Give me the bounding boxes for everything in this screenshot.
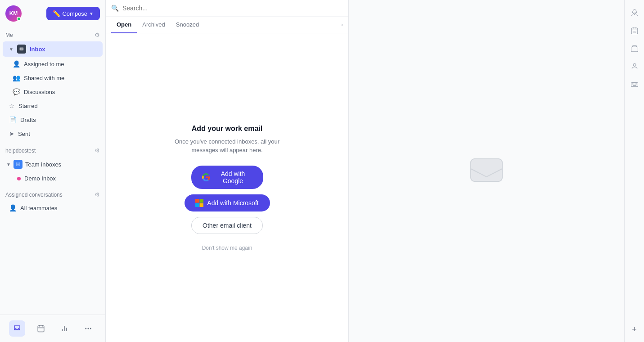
inbox-sub-items: 👤 Assigned to me 👥 Shared with me 💬 Disc… (0, 57, 105, 99)
other-email-button[interactable]: Other email client (191, 217, 263, 234)
team-section-label: helpdocstest ⚙ (0, 144, 105, 157)
assigned-settings-icon[interactable]: ⚙ (95, 191, 100, 198)
rocket-icon[interactable] (627, 5, 642, 20)
sidebar-bottom-nav (0, 315, 105, 342)
compose-button[interactable]: ✏️ Compose ▼ (46, 7, 100, 20)
demo-inbox-item[interactable]: Demo Inbox (0, 172, 105, 185)
me-section-label: Me ⚙ (0, 29, 105, 41)
sidebar: KM ✏️ Compose ▼ Me ⚙ ▼ ✉ Inbox 👤 Assigne… (0, 0, 106, 342)
search-input[interactable] (122, 4, 343, 12)
team-collapse-icon: ▼ (6, 162, 11, 167)
me-settings-icon[interactable]: ⚙ (95, 32, 100, 38)
demo-dot (17, 177, 21, 180)
team-settings-icon[interactable]: ⚙ (95, 147, 100, 154)
sidebar-item-drafts[interactable]: 📄 Drafts (3, 113, 103, 126)
search-icon: 🔍 (111, 4, 119, 12)
chart-bottom-icon[interactable] (56, 320, 72, 337)
assigned-section-label: Assigned conversations ⚙ (0, 189, 105, 201)
empty-state-title: Add your work email (192, 125, 262, 133)
empty-state-description: Once you've connected inboxes, all your … (164, 137, 290, 155)
svg-point-16 (634, 12, 635, 14)
person-right-icon[interactable] (627, 59, 642, 74)
microsoft-icon (195, 199, 203, 207)
add-google-button[interactable]: Add with Google (191, 166, 263, 189)
svg-point-7 (86, 328, 86, 329)
google-icon (202, 173, 210, 181)
team-inboxes-item[interactable]: ▼ H Team inboxes (0, 157, 105, 172)
collapse-icon: ▼ (9, 47, 14, 52)
right-sidebar: 31 + (624, 0, 644, 342)
sidebar-item-assigned[interactable]: 👤 Assigned to me (6, 57, 103, 71)
sidebar-item-shared[interactable]: 👥 Shared with me (6, 71, 103, 85)
inbox-panel: 🔍 Open Archived Snoozed › Add your work … (106, 0, 349, 342)
me-section: Me ⚙ ▼ ✉ Inbox 👤 Assigned to me 👥 Shared… (0, 27, 105, 143)
content-area: 🔍 Open Archived Snoozed › Add your work … (106, 0, 624, 342)
svg-rect-10 (195, 199, 199, 203)
tab-open[interactable]: Open (111, 17, 137, 33)
avatar[interactable]: KM (5, 5, 22, 22)
send-icon: ➤ (9, 130, 14, 137)
sidebar-item-sent[interactable]: ➤ Sent (3, 127, 103, 140)
add-microsoft-button[interactable]: Add with Microsoft (185, 194, 270, 212)
teammates-icon: 👤 (9, 204, 17, 212)
tabs-bar: Open Archived Snoozed › (106, 17, 348, 33)
chevron-down-icon: ▼ (89, 11, 94, 16)
svg-rect-12 (195, 203, 199, 207)
detail-panel (349, 0, 624, 342)
assigned-section: Assigned conversations ⚙ 👤 All teammates (0, 187, 105, 217)
chat-icon: 💬 (13, 88, 20, 95)
sidebar-item-starred[interactable]: ☆ Starred (3, 99, 103, 112)
svg-text:31: 31 (633, 31, 636, 33)
empty-inbox-icon (468, 154, 504, 188)
layers-right-icon[interactable] (627, 41, 642, 56)
online-badge (17, 17, 21, 21)
svg-rect-22 (631, 47, 638, 52)
empty-state: Add your work email Once you've connecte… (106, 33, 348, 342)
svg-rect-24 (631, 83, 638, 87)
svg-rect-13 (200, 203, 204, 207)
tab-snoozed[interactable]: Snoozed (171, 17, 204, 33)
tab-archived[interactable]: Archived (137, 17, 171, 33)
inbox-bottom-icon[interactable] (9, 320, 25, 337)
inbox-item[interactable]: ▼ ✉ Inbox (3, 41, 103, 57)
svg-point-23 (633, 63, 636, 66)
svg-rect-11 (200, 199, 204, 203)
svg-point-9 (90, 328, 91, 329)
person-icon: 👤 (13, 60, 20, 68)
sidebar-item-discussions[interactable]: 💬 Discussions (6, 85, 103, 99)
search-bar: 🔍 (106, 0, 348, 17)
star-icon: ☆ (9, 102, 15, 109)
draft-icon: 📄 (9, 116, 17, 123)
pencil-icon: ✏️ (53, 10, 60, 17)
inbox-box-icon: ✉ (17, 45, 26, 54)
keyboard-right-icon[interactable] (627, 77, 642, 92)
calendar-bottom-icon[interactable] (33, 320, 49, 337)
team-section: helpdocstest ⚙ ▼ H Team inboxes Demo Inb… (0, 143, 105, 187)
calendar-right-icon[interactable]: 31 (627, 23, 642, 38)
tabs-more-arrow[interactable]: › (341, 22, 343, 28)
svg-point-8 (88, 328, 89, 329)
svg-rect-14 (471, 159, 502, 181)
team-badge: H (14, 160, 23, 169)
sidebar-item-all-teammates[interactable]: 👤 All teammates (3, 201, 103, 215)
sidebar-header: KM ✏️ Compose ▼ (0, 0, 105, 27)
svg-rect-0 (38, 326, 44, 332)
add-right-icon[interactable]: + (627, 322, 642, 337)
dont-show-link[interactable]: Don't show me again (202, 245, 252, 251)
people-icon: 👥 (13, 74, 20, 81)
more-bottom-icon[interactable] (80, 320, 96, 337)
